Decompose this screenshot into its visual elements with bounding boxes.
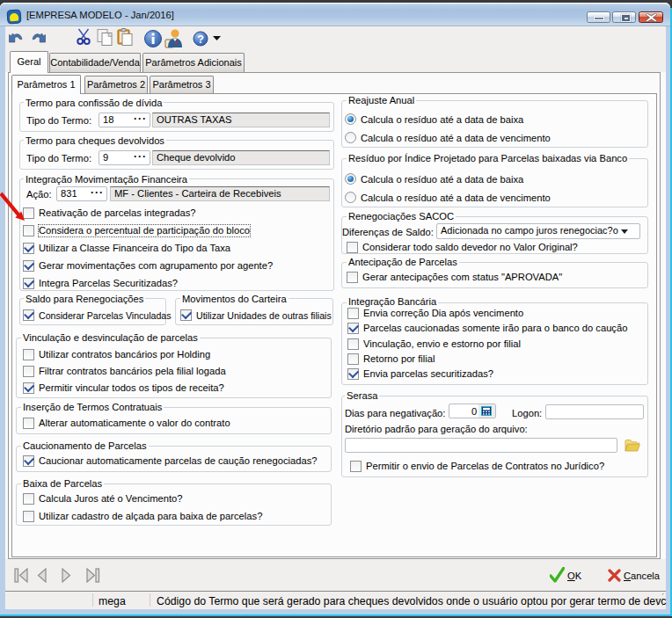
svg-text:?: ? bbox=[197, 33, 204, 46]
